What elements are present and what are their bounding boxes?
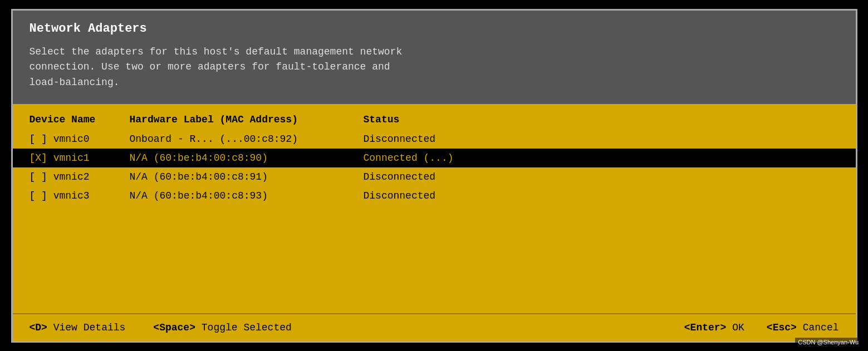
terminal-window: Network Adapters Select the adapters for… [11, 9, 857, 343]
row1-status: Connected (...) [364, 152, 839, 164]
key-view-details[interactable]: <D> View Details [30, 322, 126, 333]
row2-status: Disconnected [364, 171, 839, 182]
watermark: CSDN @Shenyan-Wu [795, 338, 861, 347]
key-cancel[interactable]: <Esc> Cancel [767, 322, 839, 333]
row3-checkbox: [ ] vmnic3 [30, 190, 130, 201]
row3-hardware: N/A (60:be:b4:00:c8:93) [130, 190, 364, 201]
key-d-label: <D> [30, 322, 47, 333]
table-row[interactable]: [ ] vmnic3 N/A (60:be:b4:00:c8:93) Disco… [30, 186, 839, 205]
table-row[interactable]: [ ] vmnic2 N/A (60:be:b4:00:c8:91) Disco… [30, 167, 839, 186]
description-line2: connection. Use two or more adapters for… [30, 61, 390, 72]
dialog-title: Network Adapters [30, 22, 839, 36]
row3-status: Disconnected [364, 190, 839, 201]
row2-checkbox: [ ] vmnic2 [30, 171, 130, 182]
description-line3: load-balancing. [30, 77, 120, 88]
footer-section: <D> View Details <Space> Toggle Selected… [13, 313, 856, 341]
adapter-table: Device Name Hardware Label (MAC Address)… [13, 104, 856, 313]
key-ok[interactable]: <Enter> OK [684, 322, 744, 333]
row0-hardware: Onboard - R... (...00:c8:92) [130, 134, 364, 145]
row1-checkbox: [X] vmnic1 [30, 152, 130, 164]
row0-status: Disconnected [364, 134, 839, 145]
description-line1: Select the adapters for this host's defa… [30, 46, 403, 57]
col-hardware-label: Hardware Label (MAC Address) [130, 114, 364, 125]
key-enter-label: <Enter> [684, 322, 727, 333]
header-description: Select the adapters for this host's defa… [30, 45, 839, 91]
table-header-row: Device Name Hardware Label (MAC Address)… [30, 110, 839, 130]
footer-left: <D> View Details <Space> Toggle Selected [30, 322, 292, 333]
key-toggle-selected[interactable]: <Space> Toggle Selected [153, 322, 291, 333]
ok-label: OK [732, 322, 744, 333]
row1-hardware: N/A (60:be:b4:00:c8:90) [130, 152, 364, 164]
row2-hardware: N/A (60:be:b4:00:c8:91) [130, 171, 364, 182]
key-space-label: <Space> [153, 322, 195, 333]
table-row-selected[interactable]: [X] vmnic1 N/A (60:be:b4:00:c8:90) Conne… [13, 149, 856, 167]
table-row[interactable]: [ ] vmnic0 Onboard - R... (...00:c8:92) … [30, 130, 839, 149]
col-device-name: Device Name [30, 114, 130, 125]
toggle-selected-label: Toggle Selected [202, 322, 292, 333]
footer-right: <Enter> OK <Esc> Cancel [684, 322, 839, 333]
main-section: Device Name Hardware Label (MAC Address)… [13, 104, 856, 340]
row0-checkbox: [ ] vmnic0 [30, 134, 130, 145]
cancel-label: Cancel [803, 322, 839, 333]
header-section: Network Adapters Select the adapters for… [13, 11, 856, 105]
key-esc-label: <Esc> [767, 322, 797, 333]
view-details-label: View Details [53, 322, 126, 333]
col-status: Status [364, 114, 839, 125]
